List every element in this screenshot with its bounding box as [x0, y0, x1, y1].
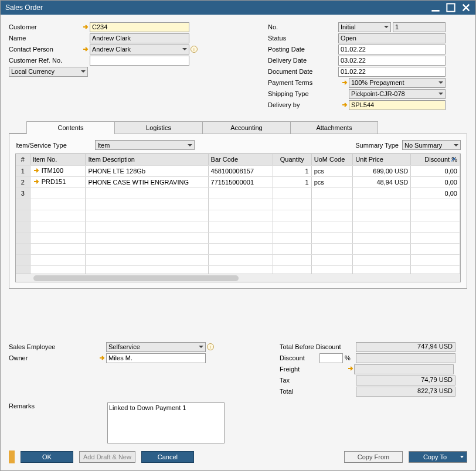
total-before-discount-value: 747,94 USD	[356, 342, 455, 352]
name-field[interactable]	[90, 33, 189, 43]
no-value-field[interactable]	[393, 22, 446, 32]
cancel-button[interactable]: Cancel	[141, 451, 194, 463]
maximize-icon[interactable]	[446, 3, 455, 12]
link-arrow-icon[interactable]	[33, 178, 40, 186]
remarks-label: Remarks	[9, 402, 107, 443]
document-date-field[interactable]	[338, 67, 446, 77]
contact-person-label: Contact Person	[9, 46, 79, 53]
summary-type-select[interactable]	[402, 140, 461, 150]
link-arrow-icon[interactable]	[33, 167, 40, 175]
link-arrow-icon[interactable]	[341, 101, 349, 109]
cell-desc[interactable]: PHONE LTE 128Gb	[86, 165, 208, 176]
line-items-grid[interactable]: ↗ # Item No. Item Description Bar Code	[15, 153, 461, 282]
table-row[interactable]	[16, 221, 460, 232]
discount-percent-field[interactable]	[319, 353, 343, 363]
copy-from-button[interactable]: Copy From	[344, 451, 403, 463]
link-arrow-icon[interactable]	[98, 354, 106, 362]
summary-type-label: Summary Type	[355, 142, 399, 149]
cell-barcode[interactable]: 458100008157	[208, 165, 273, 176]
cell-price[interactable]: 48,94 USD	[353, 176, 411, 187]
col-desc[interactable]: Item Description	[86, 154, 208, 165]
delivery-by-field[interactable]	[349, 100, 446, 110]
cell-barcode[interactable]: 771515000001	[208, 176, 273, 187]
total-before-discount-label: Total Before Discount	[280, 343, 356, 350]
col-barcode[interactable]: Bar Code	[208, 154, 273, 165]
status-label: Status	[268, 35, 338, 42]
cell-discount[interactable]: 0,00	[411, 176, 460, 187]
shipping-type-label: Shipping Type	[268, 90, 349, 97]
tab-accounting[interactable]: Accounting	[202, 121, 290, 134]
cell-discount[interactable]: 0,00	[411, 187, 460, 199]
remarks-field[interactable]	[107, 402, 225, 443]
accent-stripe	[9, 450, 15, 463]
copy-to-button[interactable]: Copy To	[409, 451, 467, 463]
posting-date-field[interactable]	[338, 45, 446, 54]
info-icon[interactable]: i	[191, 46, 198, 53]
col-num[interactable]: #	[16, 154, 30, 165]
cell-uom[interactable]: pcs	[311, 165, 352, 176]
payment-terms-label: Payment Terms	[268, 79, 338, 86]
table-row[interactable]: 2 PRD151PHONE CASE WTIH ENGRAVING7715150…	[16, 176, 460, 187]
cell-price[interactable]	[353, 187, 411, 199]
cell-discount[interactable]: 0,00	[411, 165, 460, 176]
cell-itemno[interactable]	[30, 187, 86, 199]
horizontal-scrollbar[interactable]	[16, 274, 460, 282]
cell-itemno[interactable]: PRD151	[30, 176, 86, 187]
total-value: 822,73 USD	[356, 387, 455, 397]
cell-desc[interactable]	[86, 187, 208, 199]
minimize-icon[interactable]	[431, 3, 440, 12]
close-icon[interactable]	[461, 3, 471, 12]
cell-itemno[interactable]: ITM100	[30, 165, 86, 176]
col-qty[interactable]: Quantity	[273, 154, 311, 165]
no-series-select[interactable]	[338, 22, 391, 32]
titlebar: Sales Order	[1, 1, 475, 15]
cell-uom[interactable]	[311, 187, 352, 199]
currency-select[interactable]	[9, 67, 88, 77]
cell-uom[interactable]: pcs	[311, 176, 352, 187]
owner-field[interactable]	[106, 353, 206, 363]
cell-qty[interactable]	[273, 187, 311, 199]
item-service-type-label: Item/Service Type	[15, 142, 89, 149]
table-row[interactable]: 30,00	[16, 187, 460, 199]
table-row[interactable]	[16, 210, 460, 221]
item-service-type-select[interactable]	[95, 140, 195, 150]
table-row[interactable]	[16, 254, 460, 265]
contact-person-field[interactable]	[90, 45, 189, 54]
cell-desc[interactable]: PHONE CASE WTIH ENGRAVING	[86, 176, 208, 187]
tab-contents[interactable]: Contents	[26, 121, 114, 134]
status-field	[338, 33, 446, 43]
table-row[interactable]	[16, 243, 460, 254]
cell-price[interactable]: 699,00 USD	[353, 165, 411, 176]
link-arrow-icon[interactable]	[341, 78, 349, 87]
cell-barcode[interactable]	[208, 187, 273, 199]
table-row[interactable]: 1 ITM100PHONE LTE 128Gb4581000081571pcs6…	[16, 165, 460, 176]
sales-order-window: Sales Order Customer	[0, 0, 476, 471]
ok-button[interactable]: OK	[21, 451, 73, 463]
sales-employee-select[interactable]	[106, 342, 206, 352]
link-arrow-icon[interactable]	[81, 45, 90, 53]
col-itemno[interactable]: Item No.	[30, 154, 86, 165]
customer-ref-no-field[interactable]	[90, 56, 189, 66]
footer-buttons: OK Add Draft & New Cancel Copy From Copy…	[9, 445, 467, 463]
payment-terms-select[interactable]	[349, 78, 446, 88]
delivery-date-field[interactable]	[338, 56, 446, 66]
col-price[interactable]: Unit Price	[353, 154, 411, 165]
discount-value	[356, 353, 455, 363]
link-arrow-icon[interactable]	[347, 365, 354, 373]
cell-qty[interactable]: 1	[273, 165, 311, 176]
posting-date-label: Posting Date	[268, 46, 338, 53]
link-arrow-icon[interactable]	[81, 23, 90, 31]
customer-field[interactable]	[90, 22, 189, 32]
col-uom[interactable]: UoM Code	[311, 154, 352, 165]
expand-grid-icon[interactable]: ↗	[450, 156, 458, 164]
info-icon[interactable]: i	[207, 343, 214, 350]
tab-logistics[interactable]: Logistics	[114, 121, 202, 134]
tab-attachments[interactable]: Attachments	[290, 121, 378, 134]
table-row[interactable]	[16, 199, 460, 210]
name-label: Name	[9, 35, 79, 42]
table-row[interactable]	[16, 232, 460, 243]
header-left-column: Customer Name Contact Person	[9, 22, 220, 110]
cell-qty[interactable]: 1	[273, 176, 311, 187]
shipping-type-select[interactable]	[349, 89, 446, 99]
header-right-column: No. Status Posting Date Delivery Date	[268, 22, 467, 110]
